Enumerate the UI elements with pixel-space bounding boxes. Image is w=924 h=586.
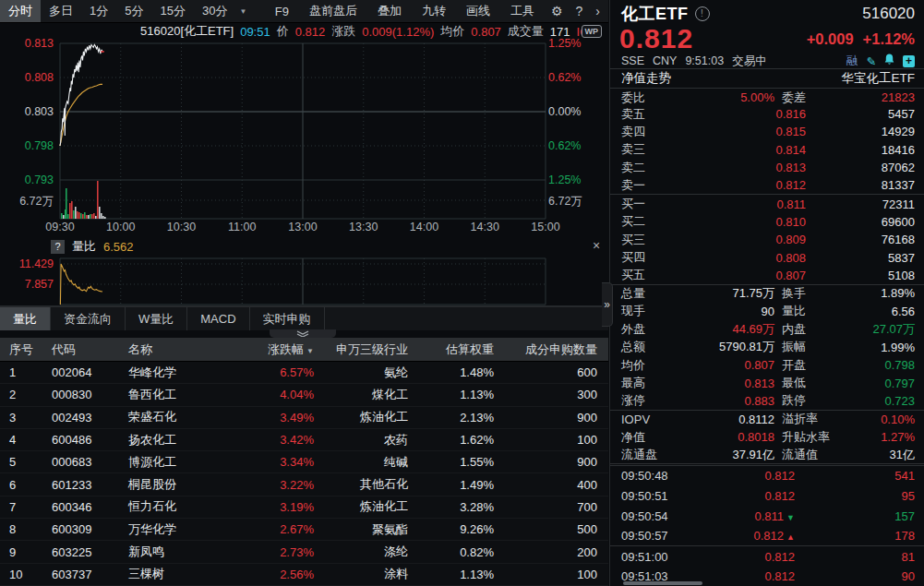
subscription-qty: 100 [494, 568, 597, 581]
period-tab-5分[interactable]: 5分 [116, 0, 151, 22]
column-header-估算权重[interactable]: 估算权重 [408, 341, 494, 358]
bid-row[interactable]: 买四0.8085837 [610, 248, 924, 266]
column-header-涨跌幅[interactable]: 涨跌幅▼ [265, 341, 314, 358]
table-row[interactable]: 2000830鲁西化工4.04%煤化工1.13%300 [0, 384, 608, 406]
period-tab-多日[interactable]: 多日 [41, 0, 81, 22]
tick-row[interactable]: 09:50:510.81295 [610, 486, 924, 507]
bid-price: 0.810 [686, 215, 806, 229]
toolbar-action-画线[interactable]: 画线 [458, 0, 498, 22]
row-index: 7 [0, 500, 44, 514]
ask-row[interactable]: 卖五0.8165457 [610, 105, 924, 123]
ask-price: 0.812 [686, 178, 806, 192]
tick-row[interactable]: 09:50:480.812541 [610, 466, 924, 486]
toolbar-action-叠加[interactable]: 叠加 [369, 0, 410, 22]
tick-price: 0.812 [693, 569, 795, 583]
column-header-名称[interactable]: 名称 [125, 341, 265, 358]
bid-row[interactable]: 买二0.81069600 [610, 213, 924, 231]
quote-time: 9:51:03 [685, 54, 724, 67]
wp-badge-icon[interactable]: WP [582, 25, 603, 38]
bid-label: 买四 [621, 249, 686, 266]
chevron-right-icon[interactable]: › [591, 4, 605, 18]
panel-split-handle[interactable]: » [602, 282, 613, 327]
tick-price: 0.812 [693, 550, 795, 564]
stat-label: 现手 [621, 303, 678, 319]
stat-row: IOPV0.8112溢折率0.10% [610, 411, 924, 429]
dropdown-caret-icon[interactable]: ▼ [235, 7, 250, 16]
nav-trend-label[interactable]: 净值走势 [621, 70, 671, 87]
toolbar-action-工具[interactable]: 工具 [502, 0, 543, 22]
stat-value: 0.798 [863, 358, 915, 372]
settings-gear-icon[interactable]: ⚙ [546, 4, 568, 18]
stat-label: 升贴水率 [774, 429, 863, 446]
indicator-help-icon[interactable]: ? [51, 240, 65, 254]
bid-row[interactable]: 买五0.8075108 [610, 267, 924, 284]
close-icon[interactable]: × [589, 238, 604, 253]
y-axis-label-right: 0.62% [548, 71, 602, 84]
column-header-申万三级行业[interactable]: 申万三级行业 [314, 341, 408, 358]
stat-label: 涨停 [621, 392, 678, 409]
tab-资金流向[interactable]: 资金流向 [51, 307, 126, 330]
table-row[interactable]: 1002064华峰化学6.57%氨纶1.48%600 [0, 362, 608, 384]
alert-bell-icon[interactable] [884, 54, 894, 68]
tab-量比[interactable]: 量比 [0, 307, 51, 330]
indicator-header: ? 量比 6.562 [51, 238, 134, 255]
collapse-panel-handle[interactable] [270, 329, 336, 338]
add-to-watchlist-icon[interactable]: + [903, 55, 915, 67]
tick-volume: 81 [795, 550, 915, 564]
period-tab-30分[interactable]: 30分 [194, 0, 235, 22]
toolbar-action-九转[interactable]: 九转 [414, 0, 454, 22]
toolbar-action-盘前盘后[interactable]: 盘前盘后 [301, 0, 366, 22]
bid-row[interactable]: 买三0.80976168 [610, 231, 924, 248]
tab-W量比[interactable]: W量比 [126, 307, 187, 330]
table-row[interactable]: 10603737三棵树2.56%涂料1.13%100 [0, 564, 608, 586]
bid-price: 0.809 [686, 233, 806, 246]
period-tab-15分[interactable]: 15分 [151, 0, 193, 22]
stock-name: 新凤鸣 [125, 544, 265, 560]
table-row[interactable]: 9603225新凤鸣2.73%涤纶0.82%200 [0, 541, 608, 563]
ask-row[interactable]: 卖三0.81418416 [610, 141, 924, 159]
table-row[interactable]: 6601233桐昆股份3.22%其他石化1.49%400 [0, 473, 608, 496]
toolbar-action-F9[interactable]: F9 [267, 2, 297, 21]
stat-label: 量比 [774, 303, 863, 319]
column-header-序号[interactable]: 序号 [0, 341, 44, 358]
ask-label: 卖一 [621, 177, 686, 194]
stat-value: 6.56 [863, 305, 915, 318]
edit-icon[interactable]: ✎ [867, 54, 876, 68]
stat-value: 5790.81万 [678, 339, 774, 355]
stock-code: 002064 [44, 365, 125, 379]
ask-row[interactable]: 卖四0.81514929 [610, 123, 924, 140]
tick-volume: 541 [795, 469, 915, 483]
tab-MACD[interactable]: MACD [187, 307, 249, 330]
table-row[interactable]: 4600486扬农化工3.42%农药1.62%100 [0, 429, 608, 451]
column-header-成分申购数量[interactable]: 成分申购数量 [494, 341, 597, 358]
avg-value: 0.807 [471, 25, 501, 39]
stock-code: 600486 [44, 433, 125, 447]
intraday-chart[interactable]: 0.8130.8080.8030.7980.7936.72万1.25%0.62%… [0, 41, 608, 236]
sort-desc-icon[interactable]: ▼ [306, 347, 314, 355]
table-row[interactable]: 8600309万华化学2.67%聚氨酯9.26%500 [0, 519, 608, 541]
ask-label: 卖二 [621, 160, 686, 176]
bid-row[interactable]: 买一0.81172311 [610, 195, 924, 212]
info-icon[interactable]: ! [695, 6, 710, 21]
table-row[interactable]: 3002493荣盛石化3.49%炼油化工2.13%900 [0, 407, 608, 429]
indicator-axis-label: 11.429 [6, 257, 54, 270]
table-row[interactable]: 5000683博源化工3.34%纯碱1.55%900 [0, 451, 608, 473]
tick-row[interactable]: 09:51:000.81281 [610, 546, 924, 567]
bid-levels: 买一0.81172311买二0.81069600买三0.80976168买四0.… [610, 195, 924, 284]
indicator-value: 6.562 [103, 240, 134, 254]
column-header-代码[interactable]: 代码 [44, 341, 125, 358]
x-axis-label: 11:00 [221, 221, 263, 233]
tab-实时申购[interactable]: 实时申购 [250, 307, 325, 330]
tick-row[interactable]: 09:50:570.812▲178 [610, 526, 924, 546]
help-icon[interactable]: ? [571, 4, 588, 18]
tick-row[interactable]: 09:50:540.811▼157 [610, 507, 924, 527]
pct-change: 3.42% [265, 433, 314, 447]
table-row[interactable]: 7600346恒力石化3.19%炼油化工3.28%700 [0, 496, 608, 519]
scrollbar-thumb[interactable] [623, 581, 702, 585]
period-tab-分时[interactable]: 分时 [0, 0, 41, 22]
ask-row[interactable]: 卖二0.81387062 [610, 159, 924, 176]
ask-row[interactable]: 卖一0.81281337 [610, 176, 924, 194]
pct-change: 6.57% [265, 365, 314, 379]
period-tab-1分[interactable]: 1分 [81, 0, 116, 22]
y-axis-label-left: 6.72万 [0, 194, 54, 209]
